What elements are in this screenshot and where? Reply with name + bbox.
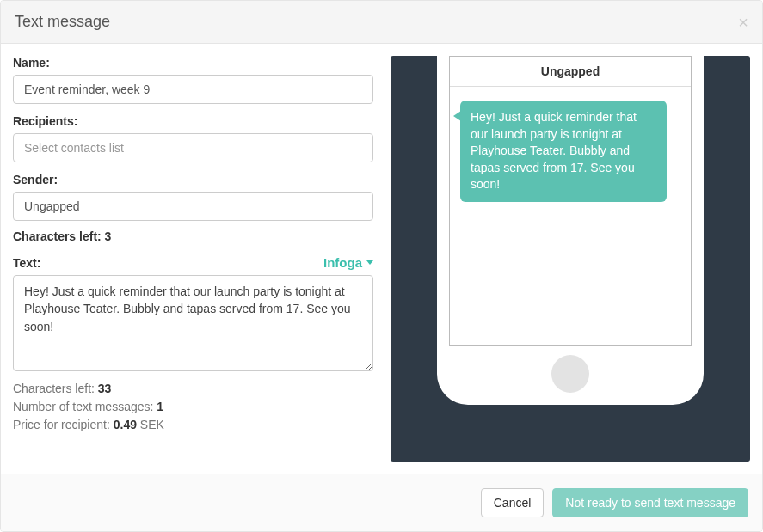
num-messages-label: Number of text messages: <box>13 400 157 413</box>
sender-group: Sender: <box>13 173 373 221</box>
sender-chars-left-value: 3 <box>105 229 112 243</box>
message-bubble: Hey! Just a quick reminder that our laun… <box>460 101 667 202</box>
name-label: Name: <box>13 56 373 70</box>
sender-label: Sender: <box>13 173 373 187</box>
phone-mockup: Ungapped Hey! Just a quick reminder that… <box>437 56 704 405</box>
recipients-input[interactable] <box>13 133 373 162</box>
cancel-button[interactable]: Cancel <box>481 488 545 517</box>
recipients-label: Recipients: <box>13 114 373 128</box>
stats-block: Characters left: 33 Number of text messa… <box>13 380 373 434</box>
text-chars-left-label: Characters left: <box>13 382 98 395</box>
phone-screen: Ungapped Hey! Just a quick reminder that… <box>449 56 692 346</box>
close-icon[interactable]: × <box>738 14 748 31</box>
infoga-label: Infoga <box>323 255 362 270</box>
text-input[interactable] <box>13 275 373 371</box>
infoga-dropdown[interactable]: Infoga <box>323 255 373 270</box>
form-pane: Name: Recipients: Sender: Characters lef… <box>13 56 373 462</box>
price-line: Price for recipient: 0.49 SEK <box>13 416 373 434</box>
sender-input[interactable] <box>13 192 373 221</box>
text-message-modal: Text message × Name: Recipients: Sender:… <box>0 0 763 532</box>
name-group: Name: <box>13 56 373 104</box>
num-messages: Number of text messages: 1 <box>13 398 373 416</box>
modal-title: Text message <box>15 13 110 31</box>
price-value: 0.49 <box>114 418 137 431</box>
text-chars-left: Characters left: 33 <box>13 380 373 398</box>
price-label: Price for recipient: <box>13 418 114 431</box>
text-chars-left-value: 33 <box>98 382 112 395</box>
text-label: Text: <box>13 256 40 270</box>
modal-header: Text message × <box>1 1 762 44</box>
recipients-group: Recipients: <box>13 114 373 162</box>
modal-body: Name: Recipients: Sender: Characters lef… <box>1 44 762 474</box>
sender-chars-left-label: Characters left: <box>13 229 105 243</box>
phone-home-button <box>551 355 589 393</box>
sender-chars-left: Characters left: 3 <box>13 229 373 243</box>
text-label-row: Text: Infoga <box>13 255 373 270</box>
preview-pane: Ungapped Hey! Just a quick reminder that… <box>391 56 750 462</box>
bubble-container: Hey! Just a quick reminder that our laun… <box>450 87 691 216</box>
caret-down-icon <box>366 260 373 265</box>
price-suffix: SEK <box>137 418 164 431</box>
preview-sender-name: Ungapped <box>450 57 691 87</box>
name-input[interactable] <box>13 75 373 104</box>
send-button[interactable]: Not ready to send text message <box>552 488 748 517</box>
num-messages-value: 1 <box>157 400 163 413</box>
modal-footer: Cancel Not ready to send text message <box>1 474 762 531</box>
